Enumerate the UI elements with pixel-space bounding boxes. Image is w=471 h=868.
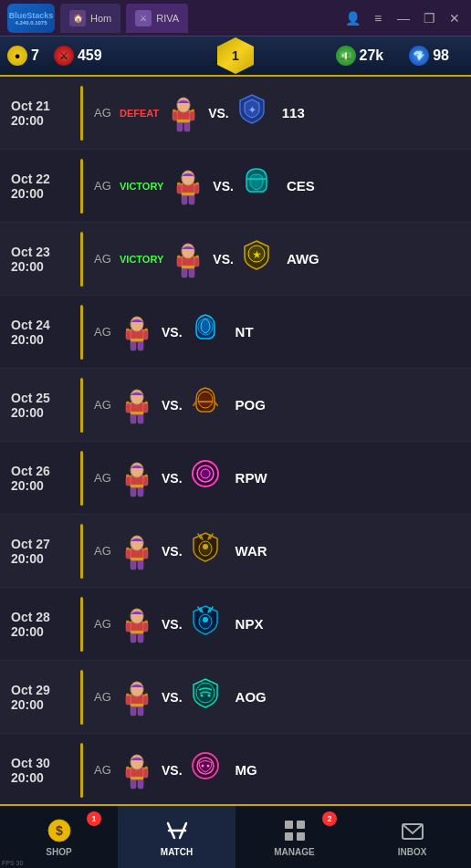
match-date-line2: 20:00 bbox=[11, 770, 44, 785]
match-content: AG VICTORY VS. ★ AWG bbox=[94, 239, 464, 279]
match-divider bbox=[80, 524, 83, 579]
svg-point-9 bbox=[182, 171, 194, 185]
match-date-line2: 20:00 bbox=[11, 624, 44, 639]
svg-point-77 bbox=[196, 683, 215, 703]
match-row[interactable]: Oct 29 20:00 AG VS. AOG bbox=[0, 661, 471, 734]
match-date: Oct 28 20:00 bbox=[7, 610, 80, 639]
match-row[interactable]: Oct 21 20:00 AG DEFEAT VS. ✦ 113 bbox=[0, 77, 471, 150]
coin-value: 7 bbox=[31, 47, 39, 64]
vs-label: VS. bbox=[213, 179, 234, 193]
person-icon[interactable]: 👤 bbox=[343, 11, 361, 26]
match-divider bbox=[80, 597, 83, 652]
svg-point-89 bbox=[201, 764, 204, 767]
vs-label: VS. bbox=[213, 252, 234, 267]
match-date-line2: 20:00 bbox=[11, 332, 44, 347]
svg-point-17 bbox=[182, 244, 194, 258]
my-guild-tag: AG bbox=[94, 471, 116, 485]
gem-value: 98 bbox=[433, 47, 449, 64]
menu-icon[interactable]: ≡ bbox=[369, 11, 387, 26]
nav-inbox[interactable]: INBOX bbox=[353, 806, 471, 868]
match-row[interactable]: Oct 30 20:00 AG VS. MG bbox=[0, 734, 471, 804]
minimize-button[interactable]: — bbox=[394, 11, 413, 26]
nav-match-label: MATCH bbox=[161, 847, 193, 857]
shop-badge: 1 bbox=[87, 811, 101, 826]
nav-manage-label: MANAGE bbox=[274, 847, 314, 857]
svg-rect-14 bbox=[182, 193, 194, 195]
svg-rect-12 bbox=[182, 194, 187, 204]
sword-resource: ⚔ 459 bbox=[54, 46, 102, 66]
riva-icon: ⚔ bbox=[135, 10, 152, 26]
match-content: AG VICTORY VS. CES bbox=[94, 166, 464, 206]
svg-rect-58 bbox=[131, 558, 143, 560]
opponent-tag: NPX bbox=[236, 616, 264, 632]
gem-resource: 💎 98 bbox=[409, 46, 449, 66]
sword-icon: ⚔ bbox=[54, 46, 74, 66]
nav-shop[interactable]: 1 $ SHOP bbox=[0, 806, 118, 868]
match-row[interactable]: Oct 23 20:00 AG VICTORY VS. ★ AWG bbox=[0, 223, 471, 296]
svg-text:$: $ bbox=[56, 823, 63, 838]
match-date: Oct 22 20:00 bbox=[7, 172, 80, 201]
svg-point-51 bbox=[201, 469, 210, 478]
opponent-sprite: ★ bbox=[241, 239, 276, 279]
vs-label: VS. bbox=[162, 690, 183, 705]
match-row[interactable]: Oct 27 20:00 AG VS. WAR bbox=[0, 515, 471, 588]
nav-match[interactable]: MATCH bbox=[118, 806, 236, 868]
my-fighter-sprite bbox=[120, 604, 154, 644]
match-date-line2: 20:00 bbox=[11, 478, 44, 493]
app-name-label: BlueStacks bbox=[9, 11, 54, 20]
match-row[interactable]: Oct 22 20:00 AG VICTORY VS. CES bbox=[0, 150, 471, 223]
opponent-tag: WAR bbox=[236, 543, 267, 559]
svg-point-34 bbox=[131, 390, 143, 404]
match-date-line1: Oct 21 bbox=[11, 99, 50, 113]
svg-rect-28 bbox=[143, 330, 148, 340]
result-defeat: DEFEAT bbox=[120, 108, 159, 119]
my-fighter-sprite bbox=[120, 458, 154, 498]
svg-rect-57 bbox=[138, 559, 143, 570]
svg-text:★: ★ bbox=[251, 248, 261, 261]
match-date: Oct 21 20:00 bbox=[7, 99, 80, 128]
close-button[interactable]: ✕ bbox=[445, 11, 464, 26]
app-version-label: 4.240.0.1075 bbox=[15, 20, 47, 26]
match-divider bbox=[80, 86, 83, 141]
svg-rect-36 bbox=[143, 403, 148, 413]
match-content: AG VS. MG bbox=[94, 750, 464, 790]
my-fighter-sprite bbox=[171, 166, 205, 206]
svg-rect-45 bbox=[143, 476, 148, 486]
match-date-line1: Oct 30 bbox=[11, 756, 50, 770]
match-row[interactable]: Oct 25 20:00 AG VS. POG bbox=[0, 369, 471, 442]
nav-manage[interactable]: 2 MANAGE bbox=[236, 806, 353, 868]
title-bar: BlueStacks 4.240.0.1075 🏠 Hom ⚔ RIVA 👤 ≡… bbox=[0, 0, 471, 37]
match-list: Oct 21 20:00 AG DEFEAT VS. ✦ 113 Oc bbox=[0, 77, 471, 804]
svg-point-78 bbox=[200, 694, 203, 696]
resource-bar: ● 7 ⚔ 459 1 💵 27k 💎 98 bbox=[0, 37, 471, 77]
match-date-line1: Oct 27 bbox=[11, 537, 50, 551]
maximize-button[interactable]: ❐ bbox=[420, 11, 438, 26]
svg-rect-29 bbox=[131, 340, 136, 350]
opponent-sprite bbox=[190, 750, 225, 790]
svg-point-1 bbox=[177, 98, 190, 112]
svg-rect-35 bbox=[126, 403, 131, 413]
match-date-line2: 20:00 bbox=[11, 186, 44, 201]
match-row[interactable]: Oct 24 20:00 AG VS. NT bbox=[0, 296, 471, 369]
tab-hom[interactable]: 🏠 Hom bbox=[60, 4, 120, 33]
opponent-tag: CES bbox=[287, 178, 315, 193]
svg-point-26 bbox=[131, 317, 143, 331]
manage-icon bbox=[281, 817, 309, 844]
match-date-line1: Oct 26 bbox=[11, 464, 50, 478]
match-date-line2: 20:00 bbox=[11, 551, 44, 566]
match-date-line2: 20:00 bbox=[11, 405, 44, 420]
vs-label: VS. bbox=[208, 106, 229, 120]
svg-rect-27 bbox=[126, 330, 131, 340]
opponent-tag: 113 bbox=[282, 105, 305, 120]
tab-riva-label: RIVA bbox=[156, 13, 179, 24]
match-row[interactable]: Oct 28 20:00 AG VS. NPX bbox=[0, 588, 471, 661]
svg-rect-4 bbox=[177, 121, 183, 131]
match-row[interactable]: Oct 26 20:00 AG VS. RPW bbox=[0, 442, 471, 515]
vs-label: VS. bbox=[162, 325, 183, 340]
my-guild-tag: AG bbox=[94, 398, 116, 412]
match-date-line2: 20:00 bbox=[11, 113, 44, 128]
opponent-sprite: ✦ bbox=[236, 93, 271, 133]
tab-riva[interactable]: ⚔ RIVA bbox=[126, 4, 188, 33]
vs-label: VS. bbox=[162, 471, 183, 486]
vs-label: VS. bbox=[162, 398, 183, 413]
